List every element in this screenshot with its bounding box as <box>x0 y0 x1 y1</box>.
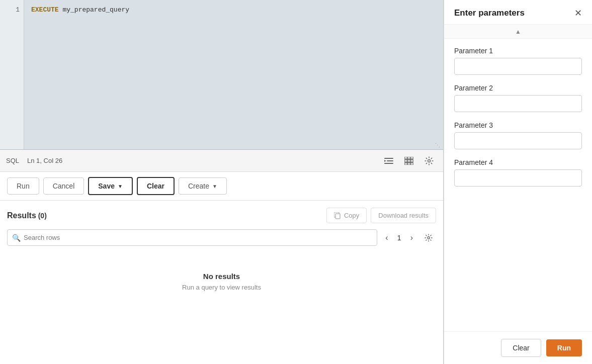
panel-content: Parameter 1 Parameter 2 Parameter 3 Para… <box>444 39 592 331</box>
no-results: No results Run a query to view results <box>7 252 436 311</box>
line-numbers: 1 <box>0 0 24 149</box>
run-button[interactable]: Run <box>7 177 39 195</box>
indent-button[interactable] <box>381 155 397 167</box>
editor-content[interactable]: EXECUTE my_prepared_query <box>24 0 443 149</box>
param-group-2: Parameter 2 <box>454 84 582 112</box>
svg-rect-5 <box>404 160 413 162</box>
param-4-input[interactable] <box>454 169 582 187</box>
status-right <box>381 154 437 168</box>
svg-rect-6 <box>404 163 413 165</box>
panel-header: Enter parameters ✕ <box>444 0 592 25</box>
cancel-button[interactable]: Cancel <box>43 177 84 195</box>
panel-clear-button[interactable]: Clear <box>501 339 541 357</box>
results-settings-button[interactable] <box>421 231 436 244</box>
panel-footer: Clear Run <box>444 331 592 364</box>
save-button[interactable]: Save ▼ <box>88 177 133 195</box>
status-left: SQL Ln 1, Col 26 <box>6 157 62 164</box>
main-area: 1 EXECUTE my_prepared_query ⋱ SQL Ln 1, … <box>0 0 444 364</box>
toolbar: Run Cancel Save ▼ Clear Create ▼ <box>0 172 443 201</box>
param-group-3: Parameter 3 <box>454 121 582 149</box>
no-results-title: No results <box>17 272 426 281</box>
status-bar: SQL Ln 1, Col 26 <box>0 150 443 172</box>
table-view-button[interactable] <box>401 154 417 167</box>
copy-button[interactable]: Copy <box>326 208 367 223</box>
save-dropdown-arrow: ▼ <box>118 184 123 189</box>
results-title-text: Results <box>7 211 36 220</box>
svg-rect-2 <box>384 163 393 164</box>
panel-title: Enter parameters <box>454 8 525 18</box>
download-results-button[interactable]: Download results <box>371 208 436 223</box>
create-label: Create <box>188 182 209 190</box>
editor-language: SQL <box>6 157 19 164</box>
code-identifier: my_prepared_query <box>62 6 129 14</box>
param-3-label: Parameter 3 <box>454 121 582 129</box>
search-input-wrap: 🔍 <box>7 229 377 246</box>
param-2-label: Parameter 2 <box>454 84 582 92</box>
search-icon: 🔍 <box>12 234 21 242</box>
next-page-button[interactable]: › <box>407 231 416 244</box>
editor-container: 1 EXECUTE my_prepared_query ⋱ <box>0 0 443 150</box>
param-2-input[interactable] <box>454 95 582 112</box>
param-1-label: Parameter 1 <box>454 47 582 55</box>
create-dropdown-arrow: ▼ <box>212 184 217 189</box>
copy-label: Copy <box>344 212 359 219</box>
line-number-1: 1 <box>4 6 20 14</box>
param-4-label: Parameter 4 <box>454 158 582 166</box>
results-title: Results (0) <box>7 211 47 220</box>
svg-rect-0 <box>384 158 393 159</box>
svg-rect-1 <box>387 160 393 161</box>
resize-handle[interactable]: ⋱ <box>435 142 441 148</box>
svg-marker-3 <box>384 160 386 162</box>
cursor-position: Ln 1, Col 26 <box>27 157 62 164</box>
svg-rect-4 <box>404 157 413 159</box>
results-area: Results (0) Copy Download results 🔍 <box>0 201 443 364</box>
svg-rect-10 <box>335 214 340 219</box>
panel-scroll-up[interactable]: ▲ <box>444 25 592 39</box>
search-input[interactable] <box>7 229 377 246</box>
param-group-1: Parameter 1 <box>454 47 582 75</box>
right-panel: Enter parameters ✕ ▲ Parameter 1 Paramet… <box>444 0 592 364</box>
results-header: Results (0) Copy Download results <box>7 208 436 223</box>
save-label: Save <box>98 182 115 190</box>
svg-point-11 <box>428 236 430 238</box>
code-keyword: EXECUTE <box>31 6 59 14</box>
param-group-4: Parameter 4 <box>454 158 582 187</box>
prev-page-button[interactable]: ‹ <box>382 231 391 244</box>
pagination: ‹ 1 › <box>382 231 436 244</box>
download-label: Download results <box>378 212 429 219</box>
no-results-subtitle: Run a query to view results <box>17 284 426 291</box>
param-3-input[interactable] <box>454 132 582 149</box>
svg-point-9 <box>428 159 431 162</box>
page-number: 1 <box>394 234 404 242</box>
panel-run-button[interactable]: Run <box>546 339 582 356</box>
param-1-input[interactable] <box>454 58 582 75</box>
results-actions: Copy Download results <box>326 208 436 223</box>
panel-close-button[interactable]: ✕ <box>574 9 582 18</box>
results-count: (0) <box>38 212 47 220</box>
settings-button[interactable] <box>421 154 437 168</box>
clear-button[interactable]: Clear <box>137 177 175 195</box>
scroll-up-arrow: ▲ <box>515 28 521 35</box>
create-button[interactable]: Create ▼ <box>179 177 227 195</box>
search-row: 🔍 ‹ 1 › <box>7 229 436 246</box>
